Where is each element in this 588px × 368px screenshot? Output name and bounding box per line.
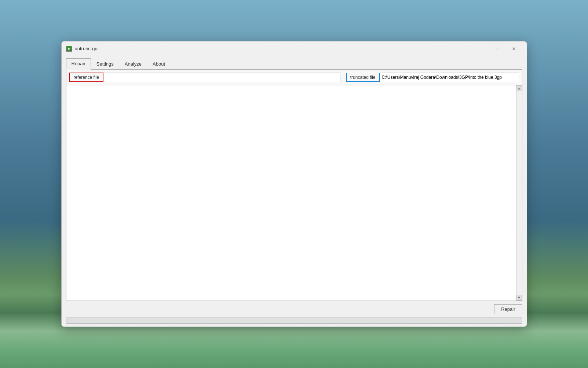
truncated-file-input[interactable] [380,73,519,82]
scroll-up-arrow[interactable]: ▲ [516,85,522,91]
content-area: reference file truncated file ▲ ▼ [66,69,522,301]
maximize-button[interactable]: □ [488,43,505,54]
scroll-down-arrow[interactable]: ▼ [516,295,522,301]
reference-file-input[interactable] [103,73,340,82]
vertical-scrollbar[interactable]: ▲ ▼ [516,85,522,301]
reference-file-button[interactable]: reference file [69,73,103,82]
window-controls: — □ ✕ [470,43,522,54]
title-bar: ■ untrunc-gui — □ ✕ [62,41,527,56]
scrollbar-track[interactable] [516,91,522,295]
title-bar-left: ■ untrunc-gui [66,46,99,52]
app-icon: ■ [66,46,72,52]
repair-button[interactable]: Repair [494,304,522,314]
truncated-file-button[interactable]: truncated file [346,73,380,82]
progress-bar-container [66,317,522,324]
menu-bar: Repair Settings Analyze About [62,56,527,69]
tab-settings[interactable]: Settings [91,59,119,70]
minimize-button[interactable]: — [470,43,487,54]
bottom-bar: Repair [62,301,527,317]
tab-analyze[interactable]: Analyze [119,59,147,70]
file-row: reference file truncated file [66,70,522,85]
log-area: ▲ ▼ [66,85,522,301]
window-title: untrunc-gui [75,46,99,51]
tab-repair[interactable]: Repair [66,58,91,70]
tab-about[interactable]: About [147,59,171,70]
close-button[interactable]: ✕ [505,43,522,54]
main-window: ■ untrunc-gui — □ ✕ Repair Settings Anal… [61,41,527,327]
